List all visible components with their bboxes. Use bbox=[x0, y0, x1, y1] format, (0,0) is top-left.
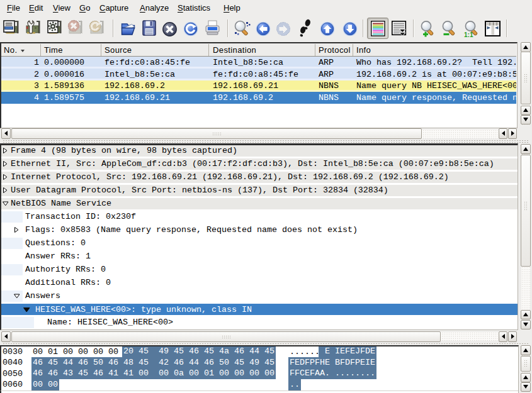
svg-text:1:1: 1:1 bbox=[464, 31, 473, 38]
